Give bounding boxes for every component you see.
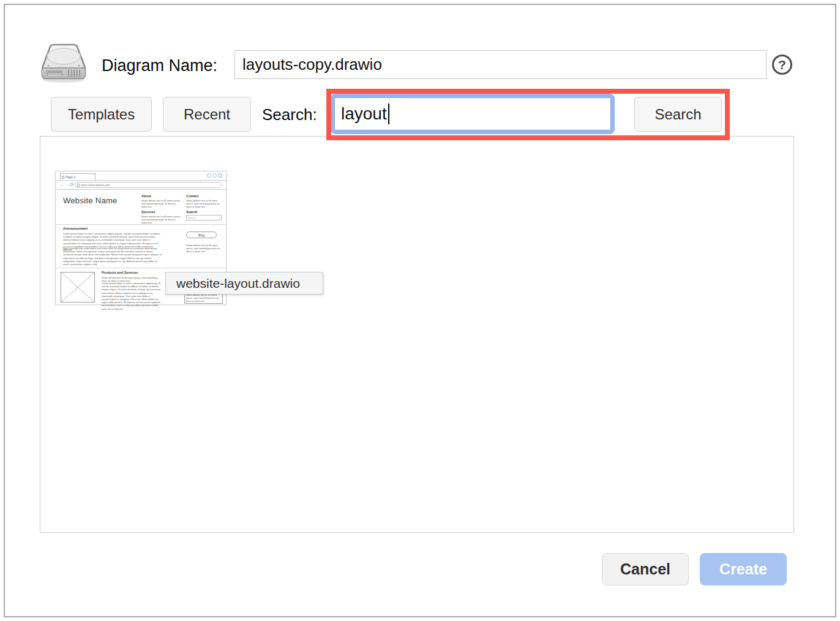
text-cursor <box>388 104 389 124</box>
preview-lorem-2: Sed ut perspiciatis unde omnis iste natu… <box>63 247 162 266</box>
forward-arrow-icon: → <box>65 182 70 187</box>
preview-contact-section: Contact Some default text to fill some s… <box>186 194 224 209</box>
hard-disk-icon <box>39 43 88 85</box>
image-placeholder-icon <box>61 272 95 303</box>
preview-search-placeholder: Search <box>188 216 196 219</box>
tooltip-text: website-layout.drawio <box>176 276 300 291</box>
preview-products-title: Products and Services <box>102 271 138 274</box>
preview-url-bar: https://www.default.com <box>75 182 222 188</box>
create-button[interactable]: Create <box>700 553 787 585</box>
preview-side-text: Some default text to fill some space, an… <box>186 293 222 303</box>
preview-blog-label: Blog <box>198 233 204 237</box>
page-icon <box>77 184 80 187</box>
preview-announcement-title: Announcement <box>63 227 88 230</box>
preview-tabline <box>56 180 226 181</box>
preview-search-box: Search ⌕ <box>186 215 222 220</box>
diagram-name-label: Diagram Name: <box>102 56 217 75</box>
cancel-button[interactable]: Cancel <box>602 553 689 585</box>
preview-tab: Page 1 <box>60 173 96 180</box>
preview-blog-text: Some default text to fill some space, an… <box>186 244 223 254</box>
preview-contact-title: Contact <box>186 194 224 198</box>
preview-divider <box>56 224 226 225</box>
preview-search-title: Search <box>186 210 224 214</box>
magnifier-icon: ⌕ <box>219 216 220 220</box>
search-input-value: layout <box>341 104 387 124</box>
preview-services-title: Services <box>141 210 182 214</box>
search-label: Search: <box>262 105 317 124</box>
diagram-name-input[interactable] <box>234 50 767 79</box>
filename-tooltip: website-layout.drawio <box>165 272 323 295</box>
refresh-icon: ⟳ <box>70 182 74 187</box>
help-glyph: ? <box>778 58 786 72</box>
search-input-focus-ring: layout <box>331 94 615 134</box>
window-control-icon <box>218 173 222 178</box>
preview-services-text: Some default text to fill some space, an… <box>141 215 182 225</box>
search-input[interactable]: layout <box>334 97 611 130</box>
preview-about-title: About <box>141 194 182 198</box>
page-icon <box>62 176 64 179</box>
preview-about-text: Some default text to fill some space, an… <box>141 199 182 209</box>
preview-divider <box>56 268 226 268</box>
preview-url-text: https://www.default.com <box>81 184 110 187</box>
preview-contact-text: Some default text to fill some space, an… <box>186 199 224 209</box>
templates-button[interactable]: Templates <box>51 97 152 132</box>
recent-button[interactable]: Recent <box>163 97 251 132</box>
preview-browser-chrome: Page 1 ← → ⟳ https://www.default.com <box>56 171 226 190</box>
preview-services-section: Services Some default text to fill some … <box>141 210 182 225</box>
window-control-icon <box>207 173 211 178</box>
help-icon[interactable]: ? <box>772 55 792 75</box>
window-control-icon <box>212 173 217 178</box>
preview-blog-button: Blog <box>186 231 217 238</box>
back-arrow-icon: ← <box>60 182 65 187</box>
preview-search-section: Search Search ⌕ <box>186 210 224 220</box>
preview-tab-label: Page 1 <box>66 175 75 179</box>
preview-products-text: Lorem ipsum dolor sit amet, consectetur … <box>102 282 163 310</box>
preview-about-section: About Some default text to fill some spa… <box>141 194 182 209</box>
search-button[interactable]: Search <box>634 97 722 132</box>
preview-site-title: Website Name <box>63 196 118 205</box>
